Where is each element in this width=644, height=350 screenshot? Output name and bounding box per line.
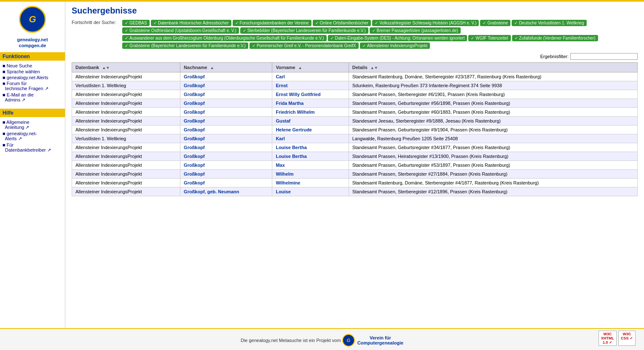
vorname-link[interactable]: Friedrich Wilhelm (276, 110, 314, 115)
nachname-link[interactable]: Großkopf (184, 136, 205, 141)
vorname-link[interactable]: Helene Gertrude (276, 127, 312, 132)
table-row[interactable]: Allensteiner IndexierungsProjektGroßkopf… (72, 72, 638, 81)
cell-nachname[interactable]: Großkopf (180, 170, 272, 179)
cell-datenbank: Allensteiner IndexierungsProjekt (72, 117, 180, 126)
sidebar-item-email[interactable]: ■ E-Mail an die Admins ↗ (3, 92, 62, 103)
filter-input[interactable] (570, 53, 638, 60)
nachname-link[interactable]: Großkopf (184, 171, 205, 176)
cell-nachname[interactable]: Großkopf (180, 117, 272, 126)
cell-vorname[interactable]: Ernst Willy Gottfried (272, 90, 349, 99)
cell-vorname[interactable]: Gustaf (272, 117, 349, 126)
vorname-link[interactable]: Ernst (276, 83, 287, 88)
nachname-link[interactable]: Großkopf (184, 118, 205, 123)
table-row[interactable]: Allensteiner IndexierungsProjektGroßkopf… (72, 187, 638, 196)
table-row[interactable]: Allensteiner IndexierungsProjektGroßkopf… (72, 90, 638, 99)
sidebar-item-genealogy-alerts[interactable]: ■ genealogy.net- Alerts ↗ (3, 131, 62, 142)
table-row[interactable]: Allensteiner IndexierungsProjektGroßkopf… (72, 108, 638, 117)
col-details[interactable]: Details ▲▼ (349, 63, 637, 72)
cell-vorname[interactable]: Helene Gertrude (272, 126, 349, 134)
cell-datenbank: Allensteiner IndexierungsProjekt (72, 143, 180, 152)
table-row[interactable]: Allensteiner IndexierungsProjektGroßkopf… (72, 143, 638, 152)
cell-details: Standesamt Prassen, Geburtsregister #53/… (349, 161, 637, 170)
vorname-link[interactable]: Ernst Willy Gottfried (276, 92, 320, 97)
table-row[interactable]: Allensteiner IndexierungsProjektGroßkopf… (72, 126, 638, 134)
nachname-link[interactable]: Großkopf (184, 101, 205, 106)
cell-vorname[interactable]: Karl (272, 134, 349, 143)
hilfe-links: ■ Allgemeine Anleitung ↗ ■ genealogy.net… (0, 117, 65, 155)
cell-nachname[interactable]: Großkopf (180, 179, 272, 187)
nachname-link[interactable]: Großkopf (184, 154, 205, 159)
cell-vorname[interactable]: Max (272, 161, 349, 170)
cell-nachname[interactable]: Großkopf (180, 90, 272, 99)
cell-nachname[interactable]: Großkopf (180, 108, 272, 117)
cell-nachname[interactable]: Großkopf (180, 81, 272, 90)
nachname-link[interactable]: Großkopf, geb. Neumann (184, 189, 239, 194)
vorname-link[interactable]: Louise Bertha (276, 145, 306, 150)
sidebar-item-alerts[interactable]: ■ genealogy.net Alerts (3, 75, 62, 80)
vorname-link[interactable]: Wilhelmine (276, 180, 300, 185)
sidebar-item-anleitung[interactable]: ■ Allgemeine Anleitung ↗ (3, 120, 62, 130)
table-row[interactable]: Verlustlisten 1. WeltkriegGroßkopfKarlLa… (72, 134, 638, 143)
vorname-link[interactable]: Wilhelm (276, 171, 293, 176)
cell-nachname[interactable]: Großkopf (180, 161, 272, 170)
table-row[interactable]: Allensteiner IndexierungsProjektGroßkopf… (72, 170, 638, 179)
nachname-link[interactable]: Großkopf (184, 74, 205, 79)
nachname-link[interactable]: Großkopf (184, 83, 205, 88)
cell-details: Standesamt Prassen, Geburtsregister #56/… (349, 99, 637, 108)
nachname-link[interactable]: Großkopf (184, 163, 205, 168)
cell-vorname[interactable]: Carl (272, 72, 349, 81)
vorname-link[interactable]: Gustaf (276, 118, 290, 123)
tag-auswanderer: ✓Auswanderer aus dem Großherzogtum Olden… (122, 35, 327, 41)
col-nachname[interactable]: Nachname ▲ (180, 63, 272, 72)
vorname-link[interactable]: Carl (276, 74, 284, 79)
hilfe-title: Hilfe (0, 109, 65, 117)
cell-nachname[interactable]: Großkopf (180, 72, 272, 81)
tag-ortsfam: ✓Online Ortsfamilienbücher (313, 20, 371, 26)
cell-vorname[interactable]: Louise Bertha (272, 152, 349, 161)
table-row[interactable]: Allensteiner IndexierungsProjektGroßkopf… (72, 99, 638, 108)
tag-gedbas: ✓GEDBAS (122, 20, 150, 26)
nachname-link[interactable]: Großkopf (184, 145, 205, 150)
footer-logo: G Verein für Computergenealogie (342, 334, 403, 347)
col-datenbank[interactable]: Datenbank ▲▼ (72, 63, 180, 72)
sidebar-item-sprache[interactable]: ■ Sprache wählen (3, 69, 62, 74)
vorname-link[interactable]: Louise Bertha (276, 154, 306, 159)
footer-org: Verein für Computergenealogie (357, 335, 403, 345)
cell-details: Standesamt Prassen, Geburtsregister #9/1… (349, 126, 637, 134)
cell-vorname[interactable]: Friedrich Wilhelm (272, 108, 349, 117)
sidebar-item-forum[interactable]: ■ Forum für technische Fragen ↗ (3, 81, 62, 91)
cell-vorname[interactable]: Louise Bertha (272, 143, 349, 152)
cell-details: Standesamt Prassen, Sterberegister #12/1… (349, 187, 637, 196)
cell-vorname[interactable]: Ernst (272, 81, 349, 90)
cell-nachname[interactable]: Großkopf (180, 143, 272, 152)
vorname-link[interactable]: Karl (276, 136, 284, 141)
sidebar-item-datenbankbetreiber[interactable]: ■ Für Datenbankbetreiber ↗ (3, 142, 62, 153)
vorname-link[interactable]: Frida Martha (276, 101, 303, 106)
cell-nachname[interactable]: Großkopf (180, 152, 272, 161)
tag-wgff: ✓WGfF Totenzettel (468, 35, 510, 41)
cell-nachname[interactable]: Großkopf (180, 126, 272, 134)
vorname-link[interactable]: Louise (276, 189, 290, 194)
nachname-link[interactable]: Großkopf (184, 127, 205, 132)
cell-vorname[interactable]: Louise (272, 187, 349, 196)
sidebar-item-neue-suche[interactable]: ■ Neue Suche (3, 63, 62, 68)
col-vorname[interactable]: Vorname ▲ (272, 63, 349, 72)
cell-vorname[interactable]: Frida Martha (272, 99, 349, 108)
table-row[interactable]: Allensteiner IndexierungsProjektGroßkopf… (72, 161, 638, 170)
nachname-link[interactable]: Großkopf (184, 180, 205, 185)
table-row[interactable]: Verlustlisten 1. WeltkriegGroßkopfErnstS… (72, 81, 638, 90)
table-row[interactable]: Allensteiner IndexierungsProjektGroßkopf… (72, 117, 638, 126)
cell-nachname[interactable]: Großkopf, geb. Neumann (180, 187, 272, 196)
tag-forsch: ✓Forschungsdatenbanken der Vereine (233, 20, 311, 26)
main-content: Suchergebnisse Fortschritt der Suche: ✓G… (65, 2, 644, 328)
nachname-link[interactable]: Großkopf (184, 110, 205, 115)
cell-vorname[interactable]: Wilhelm (272, 170, 349, 179)
tag-pommer: ✓Pommerscher Greif e.V. - Personendatenb… (250, 43, 359, 49)
vorname-link[interactable]: Max (276, 163, 284, 168)
cell-nachname[interactable]: Großkopf (180, 99, 272, 108)
cell-vorname[interactable]: Wilhelmine (272, 179, 349, 187)
cell-nachname[interactable]: Großkopf (180, 134, 272, 143)
table-row[interactable]: Allensteiner IndexierungsProjektGroßkopf… (72, 179, 638, 187)
nachname-link[interactable]: Großkopf (184, 92, 205, 97)
table-row[interactable]: Allensteiner IndexierungsProjektGroßkopf… (72, 152, 638, 161)
